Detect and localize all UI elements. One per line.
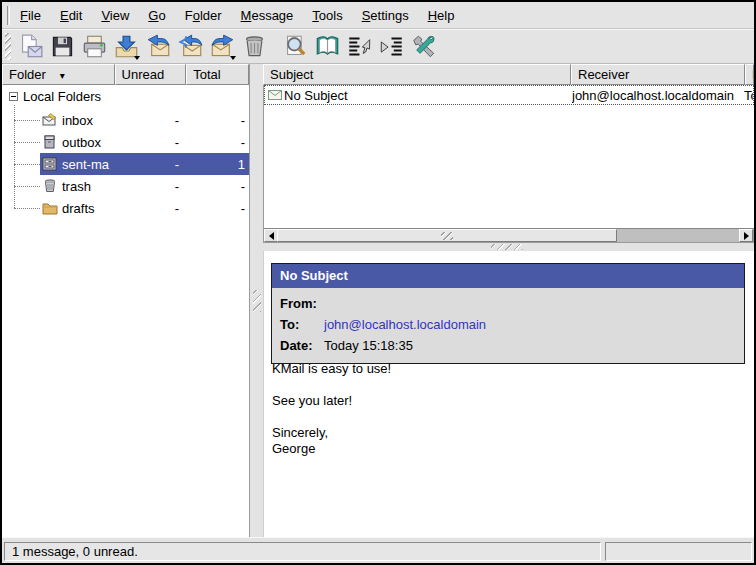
message-header-box: No Subject From: To: john@localhost.loca… [271, 263, 745, 364]
scroll-left-button[interactable] [264, 229, 278, 242]
check-mail-button[interactable] [111, 32, 141, 62]
drafts-icon [42, 200, 58, 216]
folder-row-inbox[interactable]: inbox - - [2, 109, 249, 131]
to-address-link[interactable]: john@localhost.localdomain [324, 317, 486, 332]
status-right-panel [605, 542, 752, 561]
folder-row-drafts[interactable]: drafts - - [2, 197, 249, 219]
to-row: To: john@localhost.localdomain [272, 314, 744, 335]
menu-message[interactable]: Message [232, 3, 303, 28]
reading-pane: No Subject From: To: john@localhost.loca… [263, 251, 754, 537]
create-filter-button[interactable] [344, 32, 374, 62]
dropdown-arrow-icon [230, 56, 236, 60]
root-folder-label: Local Folders [23, 89, 101, 104]
menubar-grip-handle[interactable] [7, 6, 10, 25]
reply-all-button[interactable] [175, 32, 205, 62]
column-header-total[interactable]: Total [186, 64, 249, 85]
column-header-date[interactable]: Date [745, 64, 754, 85]
tools-icon [411, 34, 436, 59]
message-envelope-icon [268, 90, 282, 100]
folder-row-sent-ma[interactable]: sent-ma - 1 [2, 153, 249, 175]
folder-panel: Folder▾ Unread Total Local Folders inbox… [2, 64, 250, 537]
trash-folder-icon [42, 178, 58, 194]
toolbar-grip-handle[interactable] [5, 33, 11, 60]
apply-filters-button[interactable] [376, 32, 406, 62]
splitter-grip-icon [491, 244, 523, 250]
column-header-unread[interactable]: Unread [115, 64, 187, 85]
folder-row-outbox[interactable]: outbox - - [2, 131, 249, 153]
reply-all-icon [178, 34, 203, 59]
address-book-button[interactable] [312, 32, 342, 62]
message-list-header: Subject Receiver Date [263, 64, 754, 85]
folder-tree: Local Folders inbox - - outbox - - [2, 85, 249, 537]
column-header-receiver[interactable]: Receiver [571, 64, 745, 85]
new-message-button[interactable] [15, 32, 45, 62]
inbox-icon [42, 112, 58, 128]
forward-button[interactable] [207, 32, 237, 62]
tree-branch-line [14, 120, 40, 121]
trash-button[interactable] [239, 32, 269, 62]
new-message-icon [18, 34, 43, 59]
menu-folder[interactable]: Folder [176, 3, 231, 28]
message-region: Subject Receiver Date No Subject john@lo… [263, 64, 754, 537]
folder-row-trash[interactable]: trash - - [2, 175, 249, 197]
find-messages-icon [283, 34, 308, 59]
from-row: From: [272, 293, 744, 314]
tools-button[interactable] [408, 32, 438, 62]
menu-settings[interactable]: Settings [353, 3, 418, 28]
column-header-folder[interactable]: Folder▾ [2, 64, 115, 85]
print-icon [82, 34, 107, 59]
column-header-subject[interactable]: Subject [263, 64, 571, 85]
arrow-right-icon [744, 232, 749, 240]
splitter-grip-icon [253, 290, 261, 312]
find-messages-button[interactable] [280, 32, 310, 62]
menu-go[interactable]: Go [139, 3, 174, 28]
menu-bar: File Edit View Go Folder Message Tools S… [2, 2, 754, 29]
dropdown-arrow-icon [134, 56, 140, 60]
horizontal-scrollbar[interactable] [263, 228, 754, 243]
scroll-right-button[interactable] [739, 229, 753, 242]
folder-row-local-folders[interactable]: Local Folders [2, 87, 249, 107]
reply-icon [146, 34, 171, 59]
message-header-fields: From: To: john@localhost.localdomain Dat… [272, 288, 744, 363]
address-book-icon [315, 34, 340, 59]
vertical-splitter[interactable] [251, 64, 263, 537]
outbox-icon [42, 134, 58, 150]
reply-button[interactable] [143, 32, 173, 62]
menu-help[interactable]: Help [419, 3, 464, 28]
folder-list-header: Folder▾ Unread Total [2, 64, 249, 85]
main-toolbar [2, 29, 754, 64]
save-button[interactable] [47, 32, 77, 62]
message-list: No Subject john@localhost.localdomain To… [263, 85, 754, 228]
status-bar: 1 message, 0 unread. [2, 537, 754, 563]
tree-branch-line [14, 208, 40, 209]
scrollbar-thumb[interactable] [277, 229, 617, 242]
trash-icon [242, 34, 267, 59]
message-body: KMail is easy to use! See you later! Sin… [272, 361, 744, 457]
message-subject-title: No Subject [272, 264, 744, 288]
create-filter-icon [347, 34, 372, 59]
status-message-panel: 1 message, 0 unread. [4, 542, 601, 561]
menu-view[interactable]: View [92, 3, 138, 28]
message-row[interactable]: No Subject john@localhost.localdomain To… [264, 85, 754, 105]
menu-edit[interactable]: Edit [51, 3, 91, 28]
sort-descending-icon: ▾ [60, 70, 65, 81]
date-value: Today 15:18:35 [324, 338, 413, 353]
main-area: Folder▾ Unread Total Local Folders inbox… [2, 64, 754, 537]
collapse-expander-icon[interactable] [9, 92, 18, 101]
tree-branch-line [14, 142, 40, 143]
arrow-left-icon [269, 232, 274, 240]
print-button[interactable] [79, 32, 109, 62]
sent-mail-icon [42, 156, 58, 172]
kmail-window: File Edit View Go Folder Message Tools S… [0, 0, 756, 565]
date-row: Date: Today 15:18:35 [272, 335, 744, 356]
tree-branch-line [14, 164, 40, 165]
save-icon [50, 34, 75, 59]
horizontal-splitter[interactable] [263, 243, 754, 251]
tree-branch-line [14, 186, 40, 187]
apply-filters-icon [379, 34, 404, 59]
menu-tools[interactable]: Tools [303, 3, 351, 28]
menu-file[interactable]: File [11, 3, 50, 28]
